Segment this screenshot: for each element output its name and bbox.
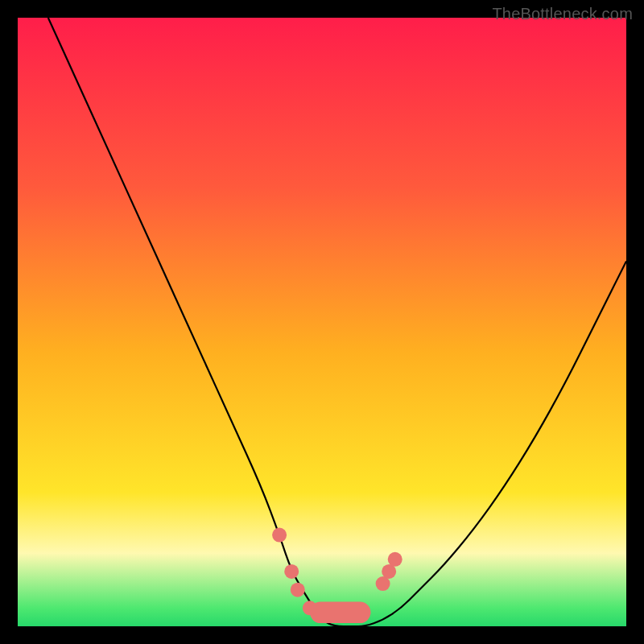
plot-area (18, 18, 626, 626)
curve-marker (303, 601, 317, 615)
minimum-bar (310, 602, 371, 623)
curve-marker (291, 583, 305, 597)
chart-frame: TheBottleneck.com (0, 0, 644, 644)
curve-marker (284, 564, 299, 579)
bottleneck-curve (48, 18, 626, 626)
curve-marker (388, 552, 402, 567)
curve-marker (272, 528, 287, 543)
watermark-text: TheBottleneck.com (492, 5, 633, 23)
curve-layer (18, 18, 626, 626)
